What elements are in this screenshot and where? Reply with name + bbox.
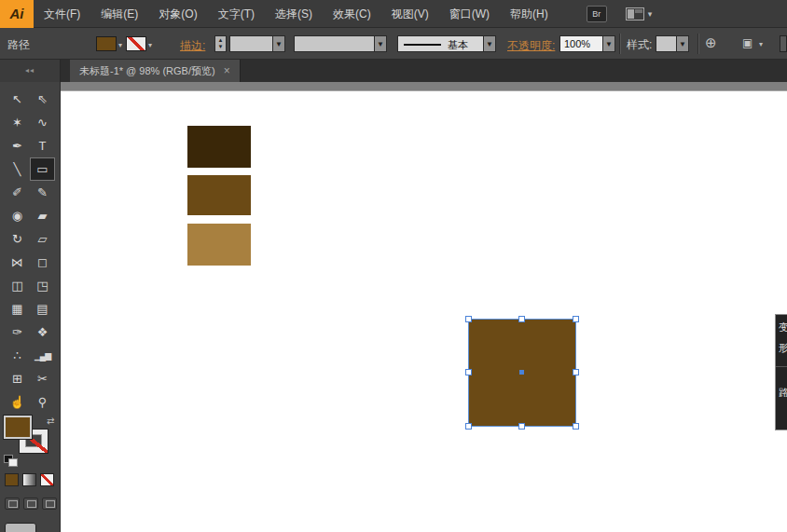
tool-mesh[interactable]: ▦: [5, 297, 30, 321]
step-up-icon[interactable]: ▲: [218, 37, 224, 44]
bridge-icon[interactable]: Br: [587, 6, 607, 22]
tool-lasso[interactable]: ∿: [30, 111, 55, 134]
chevron-down-icon[interactable]: ▾: [759, 40, 763, 48]
document-tab[interactable]: 未标题-1* @ 98% (RGB/预览) ×: [70, 60, 241, 82]
tool-gradient[interactable]: ▤: [30, 297, 55, 321]
chevron-down-icon: ▼: [483, 36, 495, 51]
tool-pen[interactable]: ✒: [5, 134, 30, 157]
tool-symbol-sprayer[interactable]: ∴: [5, 344, 30, 367]
clipped-control-icon[interactable]: [780, 35, 787, 52]
menu-help[interactable]: 帮助(H): [500, 0, 559, 28]
toolbar-collapse-header[interactable]: ◂◂: [0, 60, 61, 82]
selected-rectangle-object[interactable]: [468, 319, 576, 427]
fill-swatch[interactable]: [4, 416, 32, 439]
screen-mode-button[interactable]: [5, 523, 36, 532]
tool-shape-builder[interactable]: ◫: [5, 274, 30, 297]
center-point: [519, 370, 524, 375]
handle-bottom-left[interactable]: [465, 423, 472, 430]
brush-definition-dropdown[interactable]: 基本 ▼: [397, 35, 496, 52]
handle-top-left[interactable]: [465, 316, 472, 322]
stroke-weight-stepper[interactable]: ▲▼: [214, 35, 227, 52]
tool-direct-selection[interactable]: ⇖: [30, 88, 55, 111]
step-down-icon[interactable]: ▼: [218, 44, 224, 50]
menu-file[interactable]: 文件(F): [34, 0, 90, 28]
app-logo: Ai: [0, 0, 34, 28]
handle-bottom-middle[interactable]: [518, 423, 525, 430]
tool-free-transform[interactable]: ◻: [30, 251, 55, 274]
dock-panel-tab-3[interactable]: 路: [779, 386, 787, 400]
stroke-panel-link[interactable]: 描边:: [180, 38, 205, 54]
opacity-panel-link[interactable]: 不透明度:: [507, 38, 555, 54]
opacity-dropdown[interactable]: 100% ▼: [559, 35, 615, 52]
canvas-area[interactable]: [61, 82, 787, 532]
artwork-swatch-medium-brown[interactable]: [187, 175, 251, 215]
tool-hand[interactable]: ☝: [5, 390, 30, 414]
align-options-icon[interactable]: ▣: [742, 36, 752, 49]
artwork-swatch-dark-brown[interactable]: [187, 126, 251, 168]
handle-middle-left[interactable]: [465, 369, 472, 375]
fill-color-swatch[interactable]: [96, 36, 117, 51]
tool-line-segment[interactable]: ╲: [5, 157, 30, 181]
handle-bottom-right[interactable]: [573, 423, 579, 430]
slice-icon: ✂: [37, 372, 48, 386]
tool-blend[interactable]: ❖: [30, 321, 55, 344]
handle-middle-right[interactable]: [573, 369, 579, 375]
tool-rectangle[interactable]: ▭: [30, 157, 55, 181]
variable-width-profile-dropdown[interactable]: ▼: [294, 35, 387, 52]
tool-selection[interactable]: ↖: [5, 88, 30, 111]
artwork-swatch-light-brown[interactable]: [187, 224, 251, 266]
tool-width[interactable]: ⋈: [5, 251, 30, 274]
tool-blob-brush[interactable]: ◉: [5, 204, 30, 227]
close-icon[interactable]: ×: [224, 64, 230, 77]
none-button[interactable]: [40, 473, 54, 486]
handle-top-middle[interactable]: [518, 316, 525, 322]
tool-artboard[interactable]: ⊞: [5, 367, 30, 390]
dock-panel-tab-2[interactable]: 形: [779, 341, 787, 355]
hand-icon: ☝: [9, 395, 24, 409]
shape-builder-icon: ◫: [11, 279, 22, 293]
drawing-mode-buttons: [5, 498, 60, 510]
menu-select[interactable]: 选择(S): [265, 0, 323, 28]
document-setup-globe-icon[interactable]: ⊕: [705, 34, 717, 51]
chevron-down-icon: ▾: [648, 9, 653, 19]
color-button[interactable]: [5, 473, 19, 486]
gradient-button[interactable]: [22, 473, 36, 486]
default-stroke-mini-icon[interactable]: [8, 458, 18, 467]
dock-panel-tab-1[interactable]: 变: [779, 321, 787, 334]
pen-icon: ✒: [12, 139, 22, 153]
stroke-color-swatch[interactable]: [126, 36, 146, 51]
menu-view[interactable]: 视图(V): [381, 0, 439, 28]
tool-slice[interactable]: ✂: [30, 367, 55, 390]
fill-dropdown-arrow-icon[interactable]: ▾: [118, 41, 122, 49]
graphic-style-dropdown[interactable]: ▼: [656, 35, 689, 52]
tool-eraser[interactable]: ▰: [30, 204, 55, 227]
zoom-icon: ⚲: [38, 395, 48, 409]
tool-scale[interactable]: ▱: [30, 227, 55, 251]
stroke-dropdown-arrow-icon[interactable]: ▾: [148, 41, 152, 49]
selection-type-label: 路径: [7, 37, 30, 53]
draw-behind-button[interactable]: [23, 498, 38, 510]
workspace-switcher[interactable]: ▾: [626, 7, 653, 20]
handle-top-right[interactable]: [573, 316, 579, 322]
tool-type[interactable]: T: [30, 134, 55, 157]
menu-type[interactable]: 文字(T): [208, 0, 265, 28]
menu-object[interactable]: 对象(O): [148, 0, 207, 28]
swap-fill-stroke-icon[interactable]: ⇄: [47, 416, 54, 426]
draw-normal-button[interactable]: [5, 498, 20, 510]
tool-pencil[interactable]: ✎: [30, 181, 55, 204]
tool-magic-wand[interactable]: ✶: [5, 111, 30, 134]
line-segment-icon: ╲: [14, 162, 21, 176]
tool-perspective-grid[interactable]: ◳: [30, 274, 55, 297]
tool-rotate[interactable]: ↻: [5, 227, 30, 251]
menu-edit[interactable]: 编辑(E): [90, 0, 148, 28]
chevron-down-icon: ▼: [272, 36, 284, 51]
tool-eyedropper[interactable]: ✑: [5, 321, 30, 344]
tool-column-graph[interactable]: ▁▄▆: [30, 344, 55, 367]
scale-icon: ▱: [38, 232, 48, 246]
menu-effect[interactable]: 效果(C): [323, 0, 381, 28]
tool-paintbrush[interactable]: ✐: [5, 181, 30, 204]
draw-inside-button[interactable]: [42, 498, 57, 510]
menu-window[interactable]: 窗口(W): [439, 0, 500, 28]
stroke-weight-dropdown[interactable]: ▼: [229, 35, 285, 52]
tool-zoom[interactable]: ⚲: [30, 390, 55, 414]
